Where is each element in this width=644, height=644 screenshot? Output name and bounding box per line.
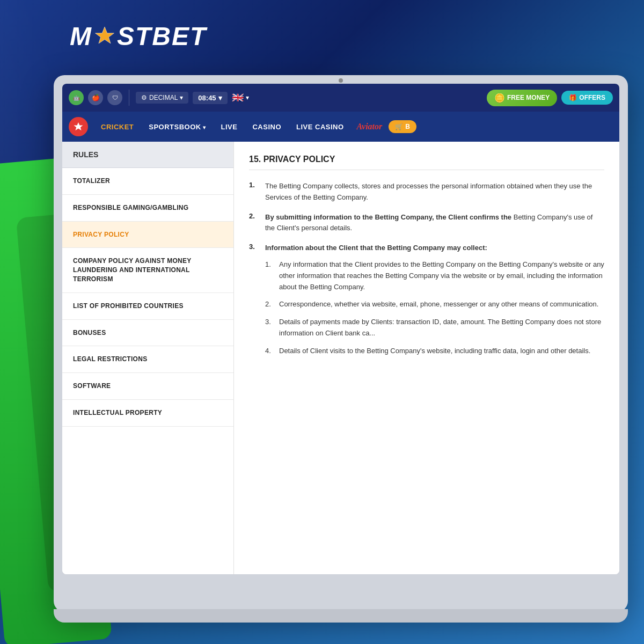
apple-icon[interactable]: 🍎 (88, 90, 103, 105)
toolbar-divider-1 (129, 90, 129, 106)
sidebar-item-privacy-policy[interactable]: PRIVACY POLICY (62, 222, 233, 248)
sub-list: 1. Any information that the Client provi… (265, 259, 604, 357)
sub-text-3: Details of payments made by Clients: tra… (279, 317, 604, 339)
sub-num-3: 3. (265, 317, 274, 339)
main-policy-content: 15. PRIVACY POLICY 1. The Betting Compan… (234, 142, 619, 574)
time-value: 08:45 (198, 94, 216, 102)
offers-button[interactable]: 🎁 OFFERS (561, 91, 613, 105)
site-logo[interactable]: M STBET (70, 21, 207, 51)
section-title: 15. PRIVACY POLICY (249, 155, 604, 170)
sidebar-item-totalizer[interactable]: TOTALIZER (62, 168, 233, 195)
policy-text-1: The Betting Company collects, stores and… (265, 181, 604, 203)
decimal-arrow: ▾ (180, 94, 183, 101)
policy-num-3: 3. (249, 243, 260, 251)
betslip-label: B (405, 123, 410, 130)
laptop-screen: 🤖 🍎 🛡 ⚙ DECIMAL ▾ 08:45 ▾ 🇬🇧 ▾ (62, 84, 619, 574)
nav-casino[interactable]: CASINO (246, 120, 288, 134)
free-money-label: FREE MONEY (507, 94, 550, 101)
policy-text-3-title: Information about the Client that the Be… (265, 244, 487, 252)
sub-item-4: 4. Details of Client visits to the Betti… (265, 346, 604, 357)
laptop-camera (339, 78, 343, 83)
nav-betslip[interactable]: 🛒 B (389, 120, 416, 133)
policy-num-2: 2. (249, 212, 260, 220)
sub-text-2: Correspondence, whether via website, ema… (279, 299, 598, 310)
flag-arrow: ▾ (246, 94, 249, 101)
sidebar-item-intellectual-property[interactable]: INTELLECTUAL PROPERTY (62, 400, 233, 427)
decimal-setting[interactable]: ⚙ DECIMAL ▾ (136, 92, 188, 104)
offers-label: OFFERS (579, 94, 605, 101)
coins-icon: 🪙 (494, 93, 505, 103)
policy-item-3: 3. Information about the Client that the… (249, 243, 604, 363)
svg-marker-2 (74, 122, 83, 130)
gear-icon: ⚙ (141, 94, 147, 101)
sub-text-4: Details of Client visits to the Betting … (279, 346, 590, 357)
policy-item-2: 2. By submitting information to the Bett… (249, 212, 604, 235)
nav-cricket[interactable]: CRICKET (94, 120, 140, 134)
sub-num-2: 2. (265, 299, 274, 310)
laptop-frame: 🤖 🍎 🛡 ⚙ DECIMAL ▾ 08:45 ▾ 🇬🇧 ▾ (54, 75, 628, 612)
nav-aviator[interactable]: Aviator (353, 119, 387, 135)
laptop-base (54, 609, 628, 623)
decimal-label: DECIMAL (149, 94, 178, 101)
gift-icon: 🎁 (569, 94, 577, 101)
language-selector[interactable]: 🇬🇧 ▾ (232, 92, 249, 104)
sidebar-item-software[interactable]: SOFTWARE (62, 373, 233, 400)
sidebar-item-responsible-gaming[interactable]: RESPONSIBLE GAMING/GAMBLING (62, 195, 233, 222)
shield-icon[interactable]: 🛡 (107, 90, 122, 105)
sub-item-3: 3. Details of payments made by Clients: … (265, 317, 604, 339)
sidebar-header: RULES (62, 142, 233, 168)
android-icon[interactable]: 🤖 (69, 90, 84, 105)
sub-num-1: 1. (265, 259, 274, 292)
betslip-icon: 🛒 (395, 123, 403, 130)
logo-stbet: STBET (117, 21, 207, 51)
sub-item-2: 2. Correspondence, whether via website, … (265, 299, 604, 310)
logo-star (93, 25, 116, 48)
sidebar-item-aml-policy[interactable]: COMPANY POLICY AGAINST MONEY LAUNDERING … (62, 248, 233, 292)
logo-m: M (70, 21, 92, 51)
flag-icon: 🇬🇧 (232, 92, 244, 104)
content-area: RULES TOTALIZER RESPONSIBLE GAMING/GAMBL… (62, 142, 619, 574)
rules-sidebar: RULES TOTALIZER RESPONSIBLE GAMING/GAMBL… (62, 142, 234, 574)
nav-live-casino[interactable]: LIVE CASINO (290, 120, 350, 134)
free-money-button[interactable]: 🪙 FREE MONEY (487, 90, 557, 106)
top-toolbar: 🤖 🍎 🛡 ⚙ DECIMAL ▾ 08:45 ▾ 🇬🇧 ▾ (62, 84, 619, 112)
policy-item-1: 1. The Betting Company collects, stores … (249, 181, 604, 203)
sidebar-item-legal-restrictions[interactable]: LEGAL RESTRICTIONS (62, 346, 233, 373)
policy-num-1: 1. (249, 181, 260, 189)
sub-text-1: Any information that the Client provides… (279, 259, 604, 292)
nav-sportsbook[interactable]: SPORTSBOOK (142, 120, 212, 134)
laptop-container: 🤖 🍎 🛡 ⚙ DECIMAL ▾ 08:45 ▾ 🇬🇧 ▾ (54, 75, 628, 612)
sidebar-item-prohibited-countries[interactable]: LIST OF PROHIBITED COUNTRIES (62, 293, 233, 320)
time-display[interactable]: 08:45 ▾ (193, 92, 227, 104)
nav-logo[interactable] (69, 117, 88, 136)
time-arrow: ▾ (218, 94, 222, 102)
sub-num-4: 4. (265, 346, 274, 357)
sidebar-item-bonuses[interactable]: BONUSES (62, 320, 233, 347)
main-navbar: CRICKET SPORTSBOOK LIVE CASINO LIVE CASI… (62, 112, 619, 142)
policy-text-2: By submitting information to the Betting… (265, 212, 604, 235)
nav-live[interactable]: LIVE (215, 120, 244, 134)
sub-item-1: 1. Any information that the Client provi… (265, 259, 604, 292)
policy-text-3: Information about the Client that the Be… (265, 243, 604, 363)
